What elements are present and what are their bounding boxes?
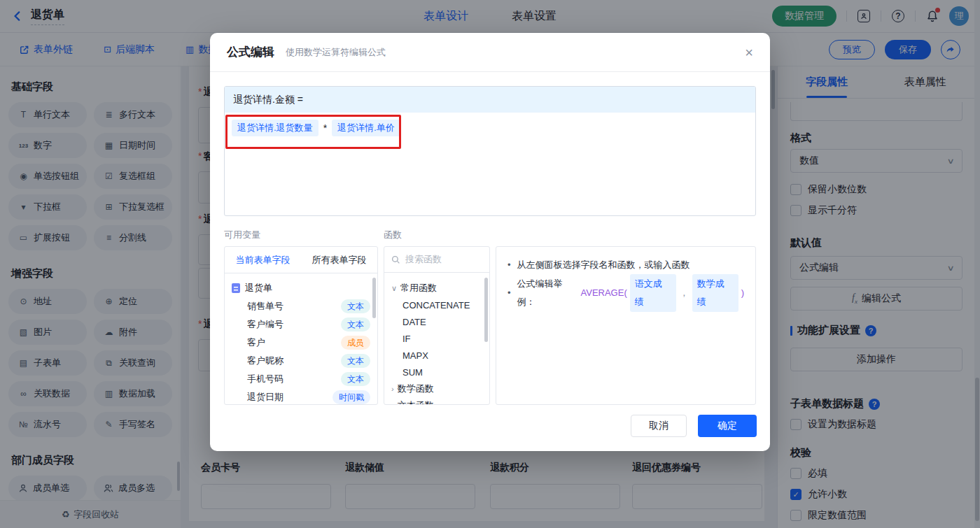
panel-labels: 可用变量 函数 xyxy=(224,229,756,241)
formula-operator: * xyxy=(323,122,327,134)
search-icon xyxy=(391,255,400,264)
type-badge: 时间戳 xyxy=(332,390,370,404)
function-tree: ∨ 常用函数 CONCATENATE DATE IF MAPX SUM › 数学… xyxy=(384,273,489,405)
variables-label: 可用变量 xyxy=(224,229,384,241)
tip-line-2: • 公式编辑举例： AVERAGE( 语文成绩 ， 数学成绩 ) xyxy=(507,274,744,312)
formula-editor-modal: 公式编辑 使用数学运算符编辑公式 × 退货详情.金额 = 退货详情.退货数量 *… xyxy=(210,33,770,451)
form-designer-app: 退货单 表单设计 表单设置 数据管理 ? 理 表单外链 xyxy=(0,0,980,528)
cancel-button[interactable]: 取消 xyxy=(631,415,687,437)
example-close-paren: ) xyxy=(741,284,744,302)
modal-title: 公式编辑 xyxy=(227,44,274,60)
formula-token-price[interactable]: 退货详情.单价 xyxy=(332,120,400,136)
tab-all-form-fields[interactable]: 所有表单字段 xyxy=(312,254,367,266)
variable-row[interactable]: 手机号码 文本 xyxy=(232,370,370,388)
type-badge: 文本 xyxy=(341,317,370,331)
type-badge: 文本 xyxy=(341,372,370,386)
functions-label: 函数 xyxy=(384,229,496,241)
formula-expression[interactable]: 退货详情.退货数量 * 退货详情.单价 xyxy=(225,113,755,143)
tip-line-1: • 从左侧面板选择字段名和函数，或输入函数 xyxy=(507,256,744,274)
close-icon[interactable]: × xyxy=(745,45,753,59)
variable-row[interactable]: 客户编号 文本 xyxy=(232,315,370,334)
chevron-right-icon: › xyxy=(391,385,394,393)
type-badge: 文本 xyxy=(341,299,370,313)
function-group-common[interactable]: ∨ 常用函数 xyxy=(391,280,482,297)
variables-panel: 当前表单字段 所有表单字段 退货单 销售单号 文本 客户编号 xyxy=(224,246,378,405)
functions-scrollbar-thumb[interactable] xyxy=(484,278,488,342)
function-item[interactable]: IF xyxy=(391,330,482,347)
tab-current-form-fields[interactable]: 当前表单字段 xyxy=(236,254,290,266)
function-group-text[interactable]: › 文本函数 xyxy=(391,397,482,405)
variables-tabs: 当前表单字段 所有表单字段 xyxy=(225,247,377,273)
example-field-chip: 语文成绩 xyxy=(630,274,676,312)
function-item[interactable]: SUM xyxy=(391,364,482,380)
type-badge: 成员 xyxy=(341,336,370,350)
function-item[interactable]: DATE xyxy=(391,313,482,330)
function-search[interactable]: 搜索函数 xyxy=(384,247,489,273)
function-item[interactable]: MAPX xyxy=(391,347,482,364)
modal-subtitle: 使用数学运算符编辑公式 xyxy=(286,46,386,59)
variable-row[interactable]: 客户昵称 文本 xyxy=(232,352,370,370)
function-item[interactable]: CONCATENATE xyxy=(391,297,482,313)
bullet-icon: • xyxy=(507,256,511,274)
example-function-name: AVERAGE( xyxy=(581,284,627,302)
formula-editor[interactable]: 退货详情.金额 = 退货详情.退货数量 * 退货详情.单价 xyxy=(224,86,756,216)
formula-token-quantity[interactable]: 退货详情.退货数量 xyxy=(232,120,318,136)
formula-target: 退货详情.金额 = xyxy=(225,87,755,113)
form-doc-icon xyxy=(232,283,240,293)
type-badge: 文本 xyxy=(341,354,370,368)
modal-footer: 取消 确定 xyxy=(631,415,757,437)
modal-body: 退货详情.金额 = 退货详情.退货数量 * 退货详情.单价 可用变量 函数 当前… xyxy=(210,72,770,451)
variable-row[interactable]: 退货日期 时间戳 xyxy=(232,388,370,405)
chevron-right-icon: › xyxy=(391,401,394,405)
tree-root-return-order[interactable]: 退货单 xyxy=(232,279,370,297)
tips-panel: • 从左侧面板选择字段名和函数，或输入函数 • 公式编辑举例： AVERAGE(… xyxy=(496,246,756,405)
function-group-math[interactable]: › 数学函数 xyxy=(391,380,482,397)
variables-scrollbar-thumb[interactable] xyxy=(372,278,376,318)
variables-tree: 退货单 销售单号 文本 客户编号 文本 客户 成员 xyxy=(225,273,377,405)
modal-header: 公式编辑 使用数学运算符编辑公式 × xyxy=(210,33,770,72)
variable-row[interactable]: 客户 成员 xyxy=(232,334,370,352)
variable-row[interactable]: 销售单号 文本 xyxy=(232,297,370,315)
confirm-button[interactable]: 确定 xyxy=(698,415,757,437)
bullet-icon: • xyxy=(507,284,511,302)
chevron-down-icon: ∨ xyxy=(391,284,397,293)
search-placeholder: 搜索函数 xyxy=(405,253,442,266)
example-field-chip: 数学成绩 xyxy=(692,274,738,312)
functions-panel: 搜索函数 ∨ 常用函数 CONCATENATE DATE IF MAPX SUM xyxy=(384,246,490,405)
